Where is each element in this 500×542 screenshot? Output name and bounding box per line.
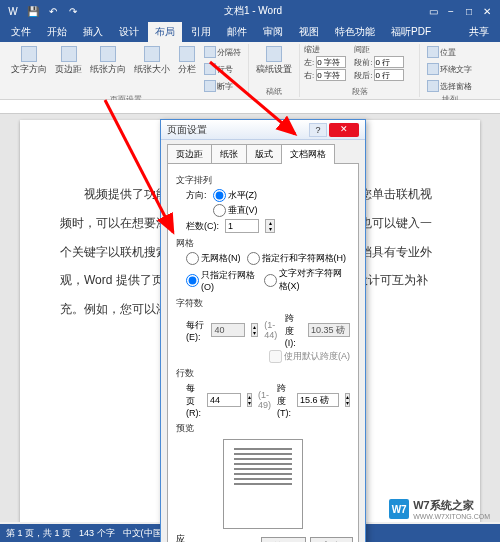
ribbon: 文字方向 页边距 纸张方向 纸张大小 分栏 分隔符 行号 断字 页面设置 稿纸设…	[0, 42, 500, 100]
status-words[interactable]: 143 个字	[79, 527, 115, 540]
dialog-tab-margins[interactable]: 页边距	[167, 144, 212, 164]
radio-vertical[interactable]: 垂直(V)	[213, 204, 258, 217]
tab-mailings[interactable]: 邮件	[220, 22, 254, 42]
spacing-after-input[interactable]	[374, 69, 404, 81]
draw-grid-button[interactable]: 绘图网格(W)…	[261, 537, 307, 543]
dialog-close-button[interactable]: ✕	[329, 123, 359, 137]
share-button[interactable]: 共享	[462, 22, 496, 42]
margins-button[interactable]: 页边距	[52, 44, 85, 94]
ribbon-tabs: 文件 开始 插入 设计 布局 引用 邮件 审阅 视图 特色功能 福听PDF 共享	[0, 22, 500, 42]
group-arrange: 位置 环绕文字 选择窗格 排列	[420, 44, 479, 97]
close-icon[interactable]: ✕	[480, 4, 494, 18]
dialog-title: 页面设置	[167, 123, 207, 137]
breaks-button[interactable]: 分隔符	[201, 44, 244, 60]
preview-box	[223, 439, 303, 529]
size-button[interactable]: 纸张大小	[131, 44, 173, 94]
page-setup-dialog: 页面设置 ? ✕ 页边距 纸张 版式 文档网格 文字排列 方向: 水平(Z) 方…	[160, 119, 366, 542]
ruler[interactable]	[0, 100, 500, 114]
radio-no-grid[interactable]: 无网格(N)	[186, 252, 241, 265]
radio-rowcol-grid[interactable]: 指定行和字符网格(H)	[247, 252, 347, 265]
group-paragraph: 缩进 左: 右: 间距 段前: 段后: 段落	[300, 44, 420, 97]
radio-row-grid[interactable]: 只指定行网格(O)	[186, 269, 258, 292]
word-icon: W	[6, 4, 20, 18]
undo-icon[interactable]: ↶	[46, 4, 60, 18]
selection-pane-button[interactable]: 选择窗格	[424, 78, 475, 94]
lines-pitch-input[interactable]	[297, 393, 339, 407]
tab-insert[interactable]: 插入	[76, 22, 110, 42]
chars-per-line-input[interactable]	[211, 323, 245, 337]
chars-spinner[interactable]: ▴▾	[251, 323, 258, 337]
dialog-tab-paper[interactable]: 纸张	[211, 144, 247, 164]
ribbon-opts-icon[interactable]: ▭	[426, 4, 440, 18]
status-page[interactable]: 第 1 页，共 1 页	[6, 527, 71, 540]
dialog-help-button[interactable]: ?	[309, 123, 327, 137]
paper-settings-button[interactable]: 稿纸设置	[253, 44, 295, 78]
position-button[interactable]: 位置	[424, 44, 459, 60]
watermark-url: WWW.W7XITONG.COM	[413, 513, 490, 520]
indent-left-input[interactable]	[316, 56, 346, 68]
dialog-tab-layout[interactable]: 版式	[246, 144, 282, 164]
group-paper: 稿纸设置 稿纸	[249, 44, 300, 97]
text-direction-button[interactable]: 文字方向	[8, 44, 50, 94]
checkbox-default-pitch[interactable]: 使用默认跨度(A)	[269, 350, 350, 363]
section-grid: 网格	[176, 237, 350, 250]
group-page-setup: 文字方向 页边距 纸张方向 纸张大小 分栏 分隔符 行号 断字 页面设置	[4, 44, 249, 97]
chars-pitch-input[interactable]	[308, 323, 350, 337]
title-bar: W 💾 ↶ ↷ 文档1 - Word ▭ − □ ✕	[0, 0, 500, 22]
tab-special[interactable]: 特色功能	[328, 22, 382, 42]
line-numbers-button[interactable]: 行号	[201, 61, 244, 77]
tab-pdf[interactable]: 福听PDF	[384, 22, 438, 42]
dialog-tabs: 页边距 纸张 版式 文档网格	[161, 140, 365, 164]
window-title: 文档1 - Word	[80, 4, 426, 18]
tab-review[interactable]: 审阅	[256, 22, 290, 42]
dialog-tab-grid[interactable]: 文档网格	[281, 144, 335, 164]
orientation-button[interactable]: 纸张方向	[87, 44, 129, 94]
status-lang[interactable]: 中文(中国)	[123, 527, 165, 540]
lines-per-page-input[interactable]	[207, 393, 241, 407]
watermark-text: W7系统之家	[413, 498, 490, 513]
spacing-before-input[interactable]	[374, 56, 404, 68]
minimize-icon[interactable]: −	[444, 4, 458, 18]
radio-align-grid[interactable]: 文字对齐字符网格(X)	[264, 267, 350, 293]
tab-design[interactable]: 设计	[112, 22, 146, 42]
watermark: W7 W7系统之家 WWW.W7XITONG.COM	[389, 498, 490, 520]
tab-layout[interactable]: 布局	[148, 22, 182, 42]
font-settings-button[interactable]: 字体设置(F)…	[310, 537, 353, 543]
watermark-logo: W7	[389, 499, 409, 519]
section-lines: 行数	[176, 367, 350, 380]
tab-file[interactable]: 文件	[4, 22, 38, 42]
dialog-body: 文字排列 方向: 水平(Z) 方向: 垂直(V) 栏数(C): ▴▾ 网格 无网…	[167, 163, 359, 542]
lines-spinner[interactable]: ▴▾	[247, 393, 252, 407]
save-icon[interactable]: 💾	[26, 4, 40, 18]
dialog-title-bar[interactable]: 页面设置 ? ✕	[161, 120, 365, 140]
tab-view[interactable]: 视图	[292, 22, 326, 42]
indent-right-input[interactable]	[316, 69, 346, 81]
lines-pitch-spinner[interactable]: ▴▾	[345, 393, 350, 407]
section-chars: 字符数	[176, 297, 350, 310]
columns-input[interactable]	[225, 219, 259, 233]
redo-icon[interactable]: ↷	[66, 4, 80, 18]
tab-references[interactable]: 引用	[184, 22, 218, 42]
section-preview: 预览	[176, 422, 350, 435]
section-text-arrange: 文字排列	[176, 174, 350, 187]
maximize-icon[interactable]: □	[462, 4, 476, 18]
columns-button[interactable]: 分栏	[175, 44, 199, 94]
wrap-button[interactable]: 环绕文字	[424, 61, 475, 77]
hyphenation-button[interactable]: 断字	[201, 78, 244, 94]
radio-horizontal[interactable]: 水平(Z)	[213, 189, 258, 202]
tab-home[interactable]: 开始	[40, 22, 74, 42]
columns-spinner[interactable]: ▴▾	[265, 219, 275, 233]
